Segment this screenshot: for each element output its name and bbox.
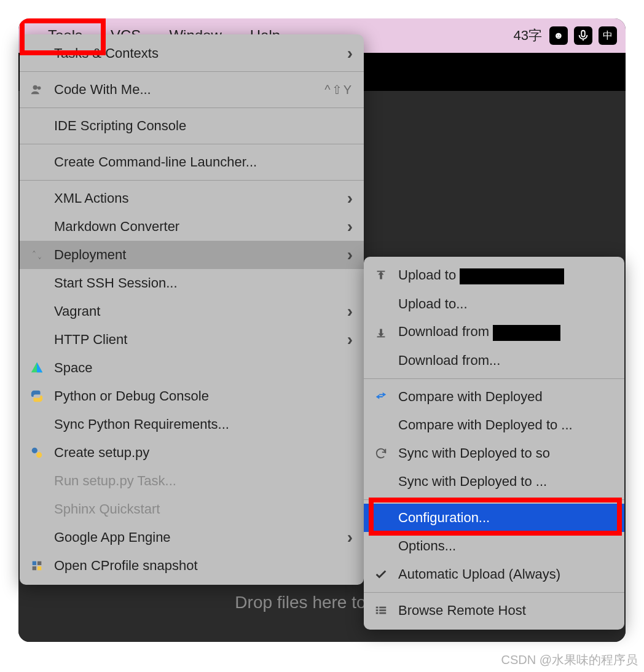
menu-item-label: Markdown Converter xyxy=(54,219,339,235)
tools-item-http-client[interactable]: HTTP Client› xyxy=(20,326,364,354)
svg-rect-7 xyxy=(377,271,385,272)
svg-rect-13 xyxy=(376,612,379,614)
tools-item-create-command-line-launcher[interactable]: Create Command-line Launcher... xyxy=(20,148,364,176)
separator xyxy=(20,107,364,108)
sync-icon xyxy=(372,447,390,460)
menu-item-label: HTTP Client xyxy=(54,332,339,348)
menu-item-label: Google App Engine xyxy=(54,529,339,545)
redacted-text xyxy=(493,325,560,341)
separator xyxy=(20,180,364,181)
chevron-right-icon: › xyxy=(347,330,353,350)
deployment-item-automatic-upload-always[interactable]: Automatic Upload (Always) xyxy=(364,560,624,588)
tools-item-vagrant[interactable]: Vagrant› xyxy=(20,297,364,326)
download-icon xyxy=(372,326,390,339)
deployment-item-compare-with-deployed[interactable]: Compare with Deployed xyxy=(364,383,624,411)
upload-icon xyxy=(372,269,390,283)
chevron-right-icon: › xyxy=(347,189,353,208)
deployment-item-sync-with-deployed-to[interactable]: Sync with Deployed to ... xyxy=(364,467,624,496)
chevron-right-icon: › xyxy=(347,302,353,321)
deployment-item-upload-to[interactable]: Upload to... xyxy=(364,290,624,318)
menu-item-label: Automatic Upload (Always) xyxy=(398,566,613,582)
compare-icon xyxy=(372,390,390,404)
svg-point-1 xyxy=(33,85,37,90)
deployment-item-download-from[interactable]: Download from xyxy=(364,318,624,346)
menu-item-label: Download from xyxy=(398,324,613,340)
people-icon xyxy=(28,83,45,96)
menu-item-label: Run setup.py Task... xyxy=(54,473,353,489)
menu-item-label: Upload to xyxy=(398,267,613,284)
menu-item-label: Compare with Deployed xyxy=(398,389,613,405)
tools-item-sync-python-requirements[interactable]: Sync Python Requirements... xyxy=(20,410,364,439)
menu-item-label: Create setup.py xyxy=(54,445,353,461)
tools-item-run-setup-py-task: Run setup.py Task... xyxy=(20,467,364,495)
tools-item-tasks-contexts[interactable]: Tasks & Contexts› xyxy=(20,39,364,68)
deployment-item-download-from[interactable]: Download from... xyxy=(364,346,624,375)
menu-item-label: Configuration... xyxy=(398,510,613,526)
tools-item-google-app-engine[interactable]: Google App Engine› xyxy=(20,523,364,552)
tools-item-xml-actions[interactable]: XML Actions› xyxy=(20,184,364,213)
tools-dropdown: Tasks & Contexts›Code With Me...^⇧YIDE S… xyxy=(20,34,364,585)
deployment-item-compare-with-deployed-to[interactable]: Compare with Deployed to ... xyxy=(364,411,624,439)
tools-item-code-with-me[interactable]: Code With Me...^⇧Y xyxy=(20,76,364,104)
tools-item-create-setup-py[interactable]: Create setup.py xyxy=(20,439,364,467)
chevron-right-icon: › xyxy=(347,528,353,547)
menu-item-label: Upload to... xyxy=(398,296,613,312)
check-icon xyxy=(372,568,390,581)
mic-icon[interactable] xyxy=(574,26,592,45)
svg-rect-10 xyxy=(379,607,386,609)
list-icon xyxy=(372,604,390,617)
menu-shortcut: ^⇧Y xyxy=(324,82,353,97)
menu-item-label: Open CProfile snapshot xyxy=(54,558,353,574)
svg-rect-14 xyxy=(379,612,386,614)
python-icon xyxy=(28,389,45,403)
deployment-item-browse-remote-host[interactable]: Browse Remote Host xyxy=(364,596,624,625)
deployment-item-sync-with-deployed-to-so[interactable]: Sync with Deployed to so xyxy=(364,439,624,467)
menu-item-label: Deployment xyxy=(54,247,339,263)
space-icon xyxy=(28,361,45,375)
menu-item-label: Vagrant xyxy=(54,303,339,319)
tools-item-python-or-debug-console[interactable]: Python or Debug Console xyxy=(20,382,364,410)
menu-item-label: Compare with Deployed to ... xyxy=(398,417,613,433)
menu-item-label: Options... xyxy=(398,538,613,554)
chevron-right-icon: › xyxy=(347,44,353,63)
updown-icon xyxy=(28,248,45,262)
menu-item-label: Sphinx Quickstart xyxy=(54,501,353,517)
tools-item-space[interactable]: Space xyxy=(20,354,364,382)
menu-item-label: Sync with Deployed to so xyxy=(398,445,613,461)
deployment-item-upload-to[interactable]: Upload to xyxy=(364,262,624,290)
smiley-icon[interactable]: ☻ xyxy=(549,26,568,45)
chevron-right-icon: › xyxy=(347,245,353,265)
svg-rect-0 xyxy=(581,31,585,37)
menu-item-label: Sync with Deployed to ... xyxy=(398,474,613,490)
tools-item-deployment[interactable]: Deployment› xyxy=(20,241,364,269)
deployment-item-options[interactable]: Options... xyxy=(364,532,624,560)
ime-icon[interactable]: 中 xyxy=(599,26,617,45)
watermark: CSDN @水果味的程序员 xyxy=(501,652,638,668)
separator xyxy=(20,144,364,144)
tools-item-markdown-converter[interactable]: Markdown Converter› xyxy=(20,213,364,241)
menu-item-label: Python or Debug Console xyxy=(54,388,353,404)
separator xyxy=(364,499,624,500)
deployment-submenu: Upload to Upload to...Download from Down… xyxy=(364,257,624,630)
separator xyxy=(20,71,364,72)
tools-item-sphinx-quickstart: Sphinx Quickstart xyxy=(20,495,364,523)
svg-point-6 xyxy=(36,452,42,458)
menu-item-label: XML Actions xyxy=(54,190,339,206)
tools-item-open-cprofile-snapshot[interactable]: Open CProfile snapshot xyxy=(20,552,364,580)
deployment-item-configuration[interactable]: Configuration... xyxy=(364,504,624,532)
chevron-right-icon: › xyxy=(347,217,353,236)
separator xyxy=(364,378,624,379)
svg-point-5 xyxy=(32,448,37,453)
menu-item-label: Space xyxy=(54,360,353,376)
redacted-text xyxy=(460,268,564,284)
tools-item-ide-scripting-console[interactable]: IDE Scripting Console xyxy=(20,112,364,140)
tools-item-start-ssh-session[interactable]: Start SSH Session... xyxy=(20,269,364,297)
python-small-icon xyxy=(28,446,45,459)
svg-rect-12 xyxy=(379,609,386,611)
svg-marker-4 xyxy=(37,362,42,373)
svg-rect-11 xyxy=(376,609,379,611)
menu-item-label: Browse Remote Host xyxy=(398,603,613,619)
menu-item-label: Tasks & Contexts xyxy=(54,45,339,61)
profile-icon xyxy=(28,559,45,572)
menu-item-label: Create Command-line Launcher... xyxy=(54,154,353,170)
